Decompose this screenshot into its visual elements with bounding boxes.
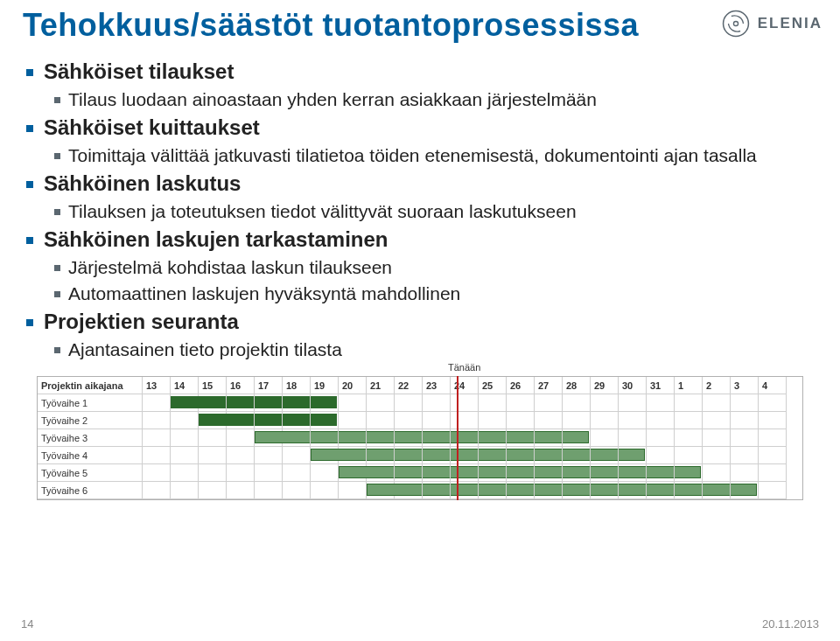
gantt-cell [255,464,283,482]
gantt-cell [731,429,759,447]
page-number: 14 [21,617,33,631]
sub-bullet: Tilauksen ja toteutuksen tiedot välittyv… [44,201,817,222]
gantt-cell [563,482,591,499]
gantt-cell [479,429,507,447]
gantt-cell [395,429,423,447]
gantt-cell [395,447,423,464]
gantt-cell [199,394,227,412]
gantt-cell [563,412,591,429]
gantt-day-header: 18 [283,377,311,394]
gantt-cell [759,464,787,482]
gantt-day-header: 28 [563,377,591,394]
gantt-cell [703,412,731,429]
bullet-item: Sähköinen laskutus Tilauksen ja toteutuk… [23,171,817,222]
gantt-cell [731,412,759,429]
gantt-cell [731,447,759,464]
gantt-cell [171,429,199,447]
gantt-cell [171,464,199,482]
gantt-cell [703,447,731,464]
gantt-cell [703,482,731,499]
gantt-day-header: 14 [171,377,199,394]
gantt-cell [591,429,619,447]
today-line [457,376,458,500]
bullet-item: Projektien seuranta Ajantasainen tieto p… [23,310,817,360]
sub-bullet: Järjestelmä kohdistaa laskun tilaukseen [44,257,817,278]
gantt-cell [227,412,255,429]
gantt-cell [507,429,535,447]
gantt-cell [619,429,647,447]
gantt-cell [227,429,255,447]
gantt-cell [451,429,479,447]
sub-bullet: Automaattinen laskujen hyväksyntä mahdol… [44,283,817,304]
svg-point-0 [723,11,748,37]
gantt-day-header: 13 [143,377,171,394]
gantt-cell [395,412,423,429]
gantt-cell [507,482,535,499]
gantt-cell [395,464,423,482]
gantt-cell [451,412,479,429]
gantt-cell [255,412,283,429]
gantt-cell [367,482,395,499]
gantt-cell [367,464,395,482]
gantt-day-header: 31 [647,377,675,394]
footer-date: 20.11.2013 [762,617,819,631]
gantt-cell [311,464,339,482]
gantt-cell [395,394,423,412]
gantt-cell [647,447,675,464]
svg-point-1 [733,21,738,25]
gantt-cell [647,482,675,499]
gantt-cell [227,394,255,412]
gantt-day-header: 29 [591,377,619,394]
gantt-cell [423,482,451,499]
gantt-cell [423,412,451,429]
gantt-cell [171,412,199,429]
gantt-cell [199,429,227,447]
gantt-cell [619,394,647,412]
gantt-cell [227,447,255,464]
gantt-cell [703,429,731,447]
gantt-cell [535,394,563,412]
gantt-day-header: 1 [675,377,703,394]
gantt-cell [311,394,339,412]
gantt-cell [451,464,479,482]
gantt-cell [283,429,311,447]
gantt-cell [339,482,367,499]
gantt-cell [479,412,507,429]
gantt-cell [759,394,787,412]
gantt-cell [339,429,367,447]
gantt-cell [423,447,451,464]
gantt-cell [311,482,339,499]
gantt-day-header: 3 [731,377,759,394]
gantt-cell [591,482,619,499]
gantt-cell [675,429,703,447]
gantt-row-label: Työvaihe 1 [38,394,143,412]
gantt-cell [703,464,731,482]
bullet-item: Sähköiset kuittaukset Toimittaja välittä… [23,115,817,166]
gantt-cell [311,447,339,464]
gantt-cell [339,394,367,412]
gantt-cell [283,482,311,499]
gantt-cell [227,482,255,499]
gantt-cell [143,394,171,412]
gantt-cell [759,412,787,429]
gantt-cell [367,394,395,412]
gantt-cell [563,429,591,447]
gantt-cell [563,447,591,464]
gantt-cell [311,429,339,447]
gantt-day-header: 2 [703,377,731,394]
gantt-cell [283,447,311,464]
gantt-cell [675,447,703,464]
gantt-cell [563,394,591,412]
sub-bullet: Ajantasainen tieto projektin tilasta [44,339,817,360]
gantt-row-label: Työvaihe 3 [38,429,143,447]
today-label: Tänään [448,362,480,373]
gantt-cell [703,394,731,412]
gantt-cell [479,447,507,464]
gantt-cell [255,394,283,412]
gantt-cell [619,447,647,464]
gantt-cell [143,447,171,464]
gantt-cell [283,394,311,412]
gantt-cell [423,394,451,412]
gantt-cell [591,412,619,429]
gantt-day-header: 16 [227,377,255,394]
